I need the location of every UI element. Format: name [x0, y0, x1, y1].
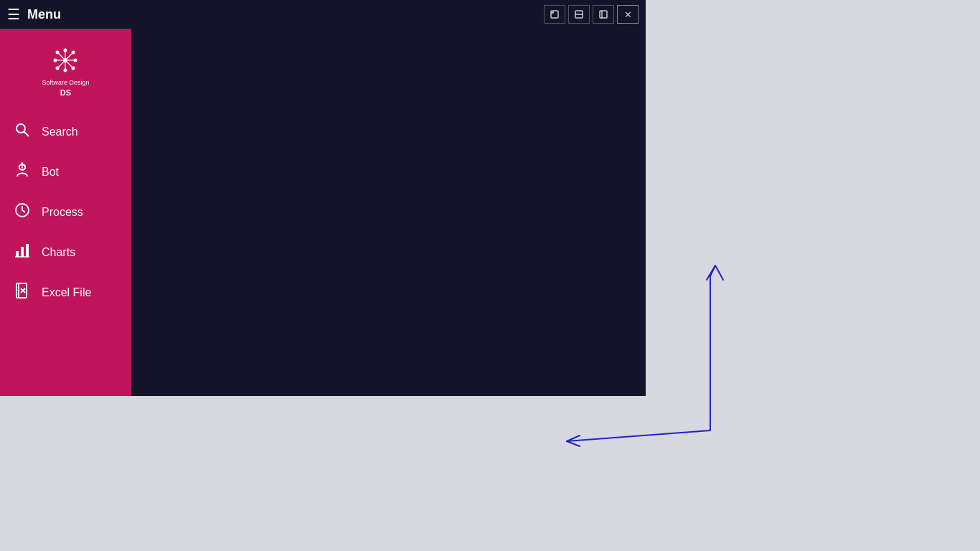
minimize-button[interactable] [568, 5, 590, 24]
svg-point-25 [22, 166, 23, 168]
charts-icon [13, 242, 32, 263]
sidebar-item-bot[interactable]: Bot [0, 152, 131, 192]
bot-label: Bot [42, 166, 59, 179]
svg-line-21 [65, 60, 73, 68]
bot-icon [13, 162, 32, 182]
sidebar: Software Design DS Search [0, 29, 131, 396]
main-content: Software Design DS Search [0, 29, 646, 396]
svg-rect-31 [21, 247, 24, 257]
content-area [131, 29, 646, 396]
title-bar-left: ☰ Menu [7, 6, 61, 23]
svg-rect-30 [16, 251, 19, 257]
sidebar-item-process[interactable]: Process [0, 192, 131, 232]
excel-label: Excel File [42, 286, 91, 299]
excel-icon [13, 283, 32, 303]
svg-point-27 [22, 162, 23, 164]
sidebar-item-excel[interactable]: Excel File [0, 273, 131, 313]
svg-line-23 [24, 131, 29, 136]
svg-rect-3 [600, 11, 607, 18]
process-label: Process [42, 206, 83, 219]
hamburger-icon[interactable]: ☰ [7, 6, 20, 23]
svg-point-22 [17, 124, 25, 133]
app-title: Menu [27, 7, 61, 22]
svg-line-18 [57, 52, 65, 60]
svg-rect-32 [26, 244, 29, 257]
svg-line-20 [57, 60, 65, 68]
restore-button[interactable] [544, 5, 565, 24]
svg-line-19 [65, 52, 73, 60]
search-label: Search [42, 126, 78, 138]
close-button[interactable]: ✕ [617, 5, 639, 24]
app-window: ☰ Menu ✕ [0, 0, 646, 396]
sidebar-item-search[interactable]: Search [0, 112, 131, 152]
svg-rect-0 [551, 11, 558, 18]
logo-text: Software Design DS [42, 79, 89, 98]
search-icon [13, 122, 32, 142]
logo-area: Software Design DS [0, 36, 131, 112]
logo-box: Software Design DS [42, 43, 89, 98]
fullscreen-button[interactable] [593, 5, 614, 24]
logo-icon [48, 43, 83, 77]
sidebar-item-charts[interactable]: Charts [0, 232, 131, 273]
window-controls: ✕ [544, 5, 639, 24]
charts-label: Charts [42, 246, 75, 259]
process-icon [13, 202, 32, 222]
title-bar: ☰ Menu ✕ [0, 0, 646, 29]
